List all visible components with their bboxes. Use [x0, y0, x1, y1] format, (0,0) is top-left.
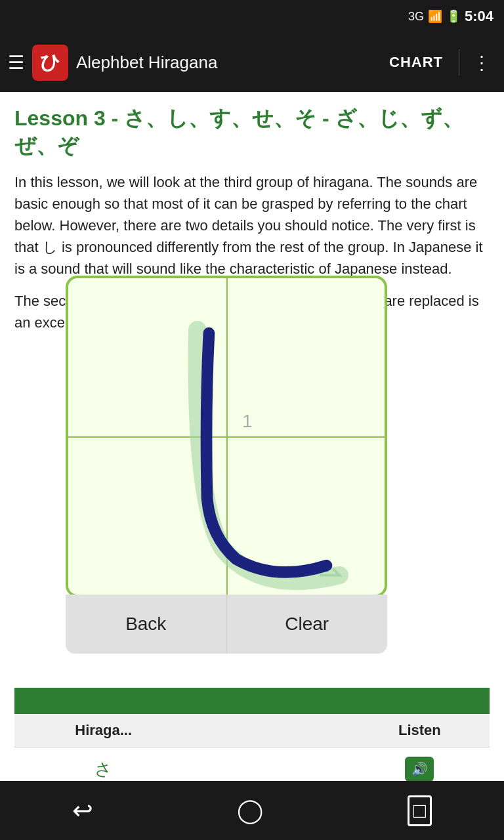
col-romaji-header — [192, 714, 261, 747]
more-options-icon[interactable]: ⋮ — [467, 52, 496, 74]
navigation-bar: ↩ ◯ □ — [0, 781, 504, 840]
hamburger-icon[interactable]: ☰ — [8, 52, 24, 74]
back-button[interactable]: Back — [66, 595, 227, 654]
app-logo: ひ — [32, 45, 68, 81]
col-sound-header — [261, 714, 350, 747]
listen-sa-button[interactable]: 🔊 — [405, 757, 434, 782]
lesson-body-1: In this lesson, we will look at the thir… — [14, 171, 490, 280]
battery-icon: 🔋 — [446, 9, 461, 24]
col-hiragana-header: Hiraga... — [14, 714, 192, 747]
logo-char: ひ — [40, 49, 60, 76]
home-nav-icon[interactable]: ◯ — [237, 797, 263, 824]
speaker-icon: 🔊 — [411, 761, 428, 777]
drawing-canvas[interactable]: 1 — [66, 276, 387, 597]
main-content: Lesson 3 - さ、し、す、せ、そ - ざ、じ、ず、ぜ、ぞ In this… — [0, 92, 504, 840]
status-bar: 3G 📶 🔋 5:04 — [0, 0, 504, 33]
recents-nav-icon[interactable]: □ — [408, 795, 432, 826]
clear-button[interactable]: Clear — [227, 595, 388, 654]
chart-button[interactable]: CHART — [381, 54, 451, 71]
toolbar-divider — [459, 49, 459, 75]
app-title: Alephbet Hiragana — [76, 52, 373, 73]
time-display: 5:04 — [465, 8, 494, 25]
network-indicator: 3G — [408, 10, 424, 24]
back-nav-icon[interactable]: ↩ — [72, 796, 93, 825]
drawing-grid: 1 — [68, 278, 385, 595]
hiragana-guide-svg — [68, 278, 385, 595]
lesson-title: Lesson 3 - さ、し、す、せ、そ - ざ、じ、ず、ぜ、ぞ — [14, 105, 490, 159]
dialog-buttons: Back Clear — [66, 595, 387, 654]
signal-icon: 📶 — [428, 9, 442, 24]
table-header-bar — [14, 688, 490, 714]
app-bar: ☰ ひ Alephbet Hiragana CHART ⋮ — [0, 33, 504, 92]
status-icons: 3G 📶 🔋 5:04 — [408, 8, 494, 25]
col-listen-header: Listen — [350, 714, 490, 747]
